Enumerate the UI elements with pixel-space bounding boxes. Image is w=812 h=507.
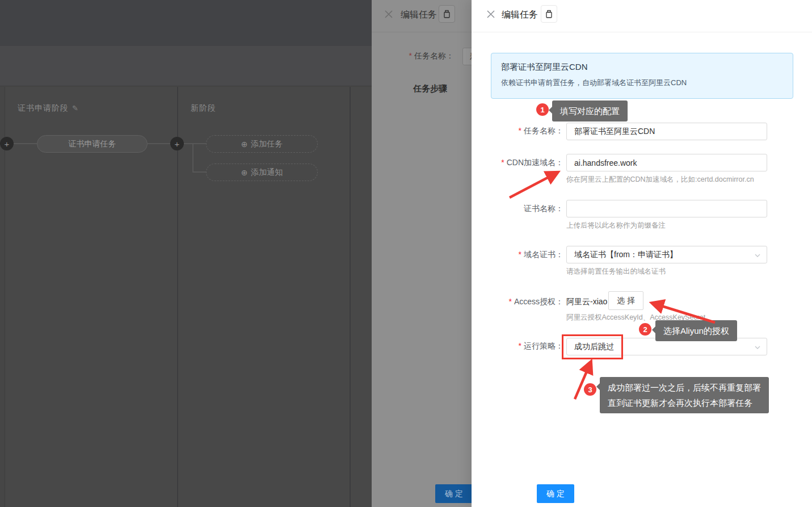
plugin-info-title: 部署证书至阿里云CDN: [501, 62, 783, 73]
plus-icon: +: [5, 140, 10, 148]
domain-cert-label-text: 域名证书：: [524, 250, 563, 259]
cdn-domain-input[interactable]: [566, 154, 767, 171]
required-mark: *: [501, 158, 504, 167]
cert-name-hint: 上传后将以此名称作为前缀备注: [566, 221, 666, 231]
chevron-down-icon: [754, 343, 761, 353]
cert-name-input[interactable]: [566, 200, 767, 217]
cdn-domain-hint: 你在阿里云上配置的CDN加速域名，比如:certd.docmirror.cn: [566, 175, 754, 185]
required-mark: *: [508, 297, 511, 306]
back-task-name-input[interactable]: [462, 48, 472, 65]
required-mark: *: [519, 126, 521, 135]
task-name-label: *任务名称：: [472, 126, 563, 136]
add-notification-label: 添加通知: [251, 167, 283, 178]
plugin-info-description: 依赖证书申请前置任务，自动部署域名证书至阿里云CDN: [501, 78, 783, 88]
trash-icon: [545, 10, 553, 19]
strategy-label-text: 运行策略：: [524, 341, 563, 350]
edit-task-drawer-front: 编辑任务 部署证书至阿里云CDN 依赖证书申请前置任务，自动部署域名证书至阿里云…: [472, 0, 812, 507]
cert-name-label-text: 证书名称：: [524, 204, 563, 213]
domain-cert-value: 域名证书【from：申请证书】: [574, 250, 678, 260]
strategy-label: *运行策略：: [472, 341, 563, 351]
add-notification-pill[interactable]: ⊕ 添加通知: [206, 164, 318, 181]
required-mark: *: [519, 341, 521, 350]
annotation-2-tooltip: 选择Aliyun的授权: [655, 320, 737, 341]
edit-pencil-icon[interactable]: ✎: [72, 104, 79, 112]
domain-cert-label: *域名证书：: [472, 250, 563, 260]
close-icon[interactable]: [384, 10, 393, 19]
edit-task-drawer-back: 编辑任务 *任务名称： 任务步骤 确 定: [372, 0, 472, 507]
phase-1-title-text: 证书申请阶段: [18, 103, 69, 112]
cdn-domain-label: *CDN加速域名：: [472, 158, 563, 168]
plugin-info-alert: 部署证书至阿里云CDN 依赖证书申请前置任务，自动部署域名证书至阿里云CDN: [491, 53, 793, 99]
annotation-2-badge: 2: [639, 323, 651, 336]
cert-request-task-pill[interactable]: 证书申请任务: [37, 135, 148, 153]
annotation-3-tooltip: 成功部署过一次之后，后续不再重复部署 直到证书更新才会再次执行本部署任务: [600, 377, 769, 413]
task-name-label-text: 任务名称：: [524, 126, 563, 135]
drawer-back-title: 编辑任务: [401, 9, 437, 21]
delete-task-button[interactable]: [541, 5, 557, 23]
annotation-1-tooltip: 填写对应的配置: [552, 100, 628, 121]
phase-2-title: 新阶段: [191, 103, 216, 114]
plus-icon: +: [175, 140, 180, 148]
access-value: 阿里云-xiao: [566, 297, 607, 307]
annotation-3-line1: 成功部署过一次之后，后续不再重复部署: [608, 380, 761, 395]
phase-1-title: 证书申请阶段✎: [18, 103, 79, 114]
access-label-text: Access授权：: [514, 297, 563, 306]
task-steps-heading: 任务步骤: [413, 83, 447, 94]
required-mark: *: [519, 250, 521, 259]
annotation-3-line2: 直到证书更新才会再次执行本部署任务: [608, 395, 761, 410]
task-name-input[interactable]: [566, 123, 767, 140]
back-task-name-label-text: 任务名称：: [414, 51, 454, 60]
annotation-1-badge: 1: [536, 103, 549, 116]
drawer-front-header: 编辑任务: [472, 0, 812, 32]
confirm-button[interactable]: 确 定: [537, 484, 574, 503]
back-confirm-button[interactable]: 确 定: [435, 484, 472, 503]
cdn-domain-label-text: CDN加速域名：: [507, 158, 563, 167]
strategy-value: 成功后跳过: [574, 342, 614, 352]
back-task-name-label: *任务名称：: [372, 51, 454, 61]
chevron-down-icon: [754, 252, 761, 261]
add-stage-middle-button[interactable]: +: [170, 137, 184, 150]
required-mark: *: [409, 51, 412, 60]
cert-name-label: 证书名称：: [472, 204, 563, 214]
delete-task-button[interactable]: [439, 5, 455, 23]
add-stage-left-button[interactable]: +: [0, 137, 14, 150]
access-select-button[interactable]: 选 择: [608, 291, 643, 310]
domain-cert-select[interactable]: 域名证书【from：申请证书】: [566, 246, 767, 263]
close-icon[interactable]: [486, 10, 495, 19]
add-task-label: 添加任务: [251, 139, 283, 149]
drawer-front-title: 编辑任务: [502, 9, 538, 21]
domain-cert-hint: 请选择前置任务输出的域名证书: [566, 267, 666, 276]
circled-plus-icon: ⊕: [241, 168, 248, 177]
trash-icon: [443, 10, 451, 19]
access-label: *Access授权：: [472, 297, 563, 307]
add-task-pill[interactable]: ⊕ 添加任务: [206, 135, 318, 153]
circled-plus-icon: ⊕: [241, 140, 248, 149]
drawer-back-header: 编辑任务: [372, 0, 472, 32]
annotation-3-badge: 3: [584, 383, 596, 396]
